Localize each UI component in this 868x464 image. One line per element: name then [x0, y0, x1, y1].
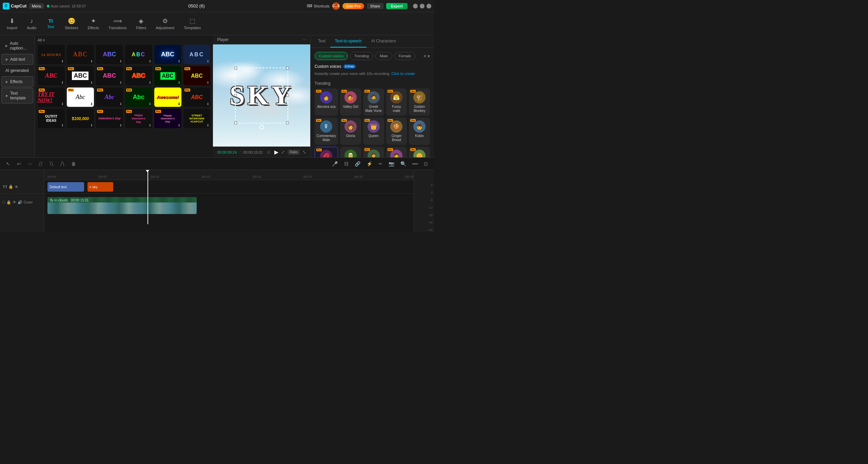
link-btn[interactable]: ⛓: [342, 160, 351, 168]
voice-elfy[interactable]: 🧝 Elfy: [340, 147, 361, 157]
split-tool[interactable]: ✂: [376, 160, 384, 168]
panel-ai-generated[interactable]: AI generated: [1, 65, 33, 76]
split-btn[interactable]: ⧸⧸: [37, 160, 45, 168]
voice-ginger-bread[interactable]: Pro 🍪 Ginger Bread: [386, 118, 407, 145]
template-item[interactable]: ABC ⬇: [67, 45, 94, 64]
more-icon[interactable]: ⋯: [302, 37, 306, 42]
template-item[interactable]: Pro Valentine's Day ⬇: [96, 109, 123, 128]
minimize-button[interactable]: [413, 4, 418, 8]
panel-text-template[interactable]: ▶ Text template: [1, 88, 33, 103]
split-btn-3[interactable]: ⧸⧹: [58, 160, 66, 168]
eye-icon-2[interactable]: 👁: [13, 200, 16, 204]
tool-filters[interactable]: ◈ Filters: [132, 15, 150, 32]
template-item[interactable]: Pro ABC ⬇: [96, 66, 123, 85]
tool-text[interactable]: TI Text: [42, 16, 59, 31]
template-item[interactable]: STREETINTERVIEW#CAPCUT ⬇: [183, 109, 211, 128]
voice-valley-girl[interactable]: Pro 💁 Valley Girl: [340, 89, 361, 116]
voice-pam[interactable]: Pro 👩 Pam: [386, 147, 407, 157]
voice-kiddo[interactable]: Pro 👦 Kiddo: [409, 118, 430, 145]
select-tool[interactable]: ↖: [4, 160, 12, 168]
template-item[interactable]: 24 HOURS ⬇: [38, 45, 65, 64]
template-item[interactable]: Pro Abc ⬇: [67, 88, 94, 107]
filter-male[interactable]: Male: [375, 52, 392, 60]
camera-btn[interactable]: 📷: [387, 160, 396, 168]
shortcuts-button[interactable]: ⌨ Shortcuts: [307, 4, 329, 8]
template-item[interactable]: Pro ABC ⬇: [183, 88, 211, 107]
template-item[interactable]: ABC ⬇: [96, 45, 123, 64]
template-item[interactable]: Pro ABC ⬇: [154, 66, 181, 85]
voice-daisy[interactable]: Pro 🌼 Daisy: [409, 147, 430, 157]
tab-text[interactable]: Text: [313, 35, 330, 47]
voice-golden-monkey[interactable]: Pro 🐒 Golden Monkey: [409, 89, 430, 116]
voice-queen[interactable]: Pro 👑 Queen: [363, 118, 384, 145]
filter-icon-btn[interactable]: ≡: [423, 52, 426, 60]
zoom-in-btn[interactable]: 🔍: [398, 160, 408, 168]
unlink-btn[interactable]: ⚡: [364, 160, 374, 168]
fit-btn[interactable]: ⊡: [422, 160, 430, 168]
filter-female[interactable]: Female: [394, 52, 416, 60]
delete-btn[interactable]: 🗑: [69, 160, 78, 168]
close-button[interactable]: [427, 4, 431, 8]
panel-auto-caption[interactable]: ▶ Auto caption...: [1, 38, 33, 53]
voice-alexstra-sza[interactable]: Pro 👩 Alexstra sza: [315, 89, 338, 116]
template-item[interactable]: ABC ⬇: [154, 45, 181, 64]
template-item[interactable]: Pro Abc ⬇: [125, 88, 152, 107]
voice-fussy-male[interactable]: Pro 😤 Fussy male: [386, 89, 407, 116]
template-item[interactable]: Pro ABC ⬇: [38, 66, 65, 85]
template-item[interactable]: Pro ABC ⬇: [67, 66, 94, 85]
voice-female-sales[interactable]: Pro 👩‍💼 Female Sales: [363, 147, 384, 157]
template-item[interactable]: Awesome! ⬇: [154, 88, 181, 107]
template-item[interactable]: Pro HappyValentine'sDay ⬇: [154, 109, 181, 128]
template-item[interactable]: Pro ABC ⬇: [183, 66, 211, 85]
panel-add-text[interactable]: ▶ Add text: [1, 54, 33, 65]
split-btn-2[interactable]: ⧹⧹: [47, 160, 56, 168]
tool-audio[interactable]: ♪ Audio: [23, 16, 40, 32]
undo-btn[interactable]: ↩: [15, 160, 23, 168]
tool-adjustment[interactable]: ⚙ Adjustment: [152, 15, 178, 32]
redo-btn[interactable]: ↪: [26, 160, 34, 168]
tab-ai-characters[interactable]: AI Characters: [367, 35, 401, 47]
tool-stickers[interactable]: 😊 Stickers: [61, 15, 82, 32]
voice-flirty-female[interactable]: Pro 💋 Flirty Female: [315, 147, 338, 157]
filter-custom-voices[interactable]: Custom voices: [315, 52, 348, 60]
export-button[interactable]: Export: [386, 3, 408, 9]
zoom-bar[interactable]: ━━: [410, 160, 420, 168]
default-text-clip[interactable]: Default text: [47, 182, 84, 192]
tool-import[interactable]: ⬇ Import: [3, 15, 21, 32]
link-btn-2[interactable]: 🔗: [353, 160, 362, 168]
join-pro-button[interactable]: Join Pro: [342, 3, 364, 9]
expand-icon[interactable]: ⤡: [302, 150, 306, 155]
template-item[interactable]: Pro HappyValentine'sDay ⬇: [125, 109, 152, 128]
video-clip[interactable]: fly in clouds 00:00:15:01: [47, 197, 197, 214]
tool-templates[interactable]: ⬚ Templates: [180, 15, 205, 32]
tool-transitions[interactable]: ⟹ Transitions: [104, 15, 131, 32]
play-button[interactable]: ▶: [274, 149, 278, 155]
sort-icon-btn[interactable]: ▾: [428, 52, 430, 60]
ratio-button[interactable]: Ratio: [288, 150, 299, 155]
filter-trending[interactable]: Trending: [350, 52, 373, 60]
fullscreen-icon[interactable]: ⤢: [281, 150, 285, 155]
lock-icon[interactable]: 🔒: [8, 185, 13, 189]
template-item[interactable]: Pro OUTFITIDEAS ⬇: [38, 109, 65, 128]
template-item[interactable]: ABC ⬇: [125, 45, 152, 64]
template-item[interactable]: Pro ABC ⬇: [125, 66, 152, 85]
share-button[interactable]: Share: [367, 3, 383, 9]
voice-gloria[interactable]: Pro 👩 Gloria: [340, 118, 361, 145]
template-item[interactable]: Pro Abc ⬇: [96, 88, 123, 107]
template-item[interactable]: ABC ⬇: [183, 45, 211, 64]
panel-effects[interactable]: ▶ Effects: [1, 76, 33, 87]
template-item[interactable]: Pro TRY IT NOW! ⬇: [38, 88, 65, 107]
maximize-button[interactable]: [420, 4, 425, 8]
mic-btn[interactable]: 🎤: [330, 160, 340, 168]
voice-greek-male[interactable]: Pro 🧔 Greek Male Vocie: [363, 89, 384, 116]
tool-effects[interactable]: ✦ Effects: [83, 15, 103, 32]
menu-button[interactable]: Menu: [29, 3, 44, 9]
audio-icon-2[interactable]: 🔊: [18, 200, 22, 205]
lock-icon-2[interactable]: 🔒: [6, 200, 11, 205]
eye-icon[interactable]: 👁: [15, 185, 18, 189]
tab-text-to-speech[interactable]: Text-to-speech: [330, 35, 367, 47]
create-voice-link[interactable]: Click to create: [391, 72, 415, 76]
sky-clip[interactable]: ≡ sky: [87, 182, 113, 192]
template-item[interactable]: $100,000 ⬇: [67, 109, 94, 128]
all-filter-button[interactable]: All ≡: [38, 38, 45, 42]
